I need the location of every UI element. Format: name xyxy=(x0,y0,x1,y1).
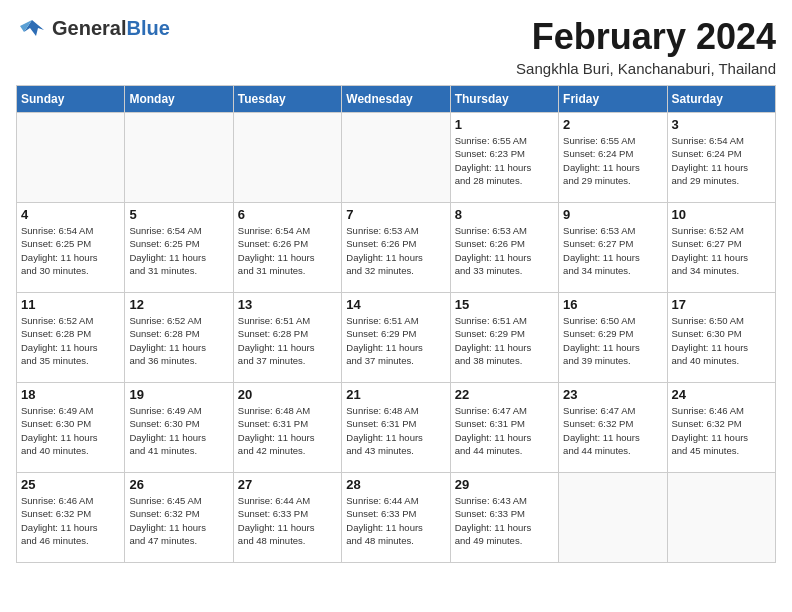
weekday-header: Tuesday xyxy=(233,86,341,113)
day-number: 12 xyxy=(129,297,228,312)
calendar-header-row: SundayMondayTuesdayWednesdayThursdayFrid… xyxy=(17,86,776,113)
calendar-week-row: 1Sunrise: 6:55 AM Sunset: 6:23 PM Daylig… xyxy=(17,113,776,203)
day-info: Sunrise: 6:44 AM Sunset: 6:33 PM Dayligh… xyxy=(346,494,445,547)
day-number: 21 xyxy=(346,387,445,402)
day-info: Sunrise: 6:52 AM Sunset: 6:28 PM Dayligh… xyxy=(21,314,120,367)
day-number: 23 xyxy=(563,387,662,402)
location: Sangkhla Buri, Kanchanaburi, Thailand xyxy=(516,60,776,77)
day-info: Sunrise: 6:50 AM Sunset: 6:29 PM Dayligh… xyxy=(563,314,662,367)
day-number: 11 xyxy=(21,297,120,312)
day-info: Sunrise: 6:45 AM Sunset: 6:32 PM Dayligh… xyxy=(129,494,228,547)
calendar-cell: 29Sunrise: 6:43 AM Sunset: 6:33 PM Dayli… xyxy=(450,473,558,563)
day-info: Sunrise: 6:54 AM Sunset: 6:25 PM Dayligh… xyxy=(129,224,228,277)
weekday-header: Monday xyxy=(125,86,233,113)
day-number: 29 xyxy=(455,477,554,492)
calendar-cell: 21Sunrise: 6:48 AM Sunset: 6:31 PM Dayli… xyxy=(342,383,450,473)
calendar-cell: 8Sunrise: 6:53 AM Sunset: 6:26 PM Daylig… xyxy=(450,203,558,293)
calendar-cell: 20Sunrise: 6:48 AM Sunset: 6:31 PM Dayli… xyxy=(233,383,341,473)
day-number: 27 xyxy=(238,477,337,492)
calendar-table: SundayMondayTuesdayWednesdayThursdayFrid… xyxy=(16,85,776,563)
calendar-cell: 18Sunrise: 6:49 AM Sunset: 6:30 PM Dayli… xyxy=(17,383,125,473)
day-info: Sunrise: 6:53 AM Sunset: 6:27 PM Dayligh… xyxy=(563,224,662,277)
day-number: 18 xyxy=(21,387,120,402)
day-number: 4 xyxy=(21,207,120,222)
calendar-week-row: 11Sunrise: 6:52 AM Sunset: 6:28 PM Dayli… xyxy=(17,293,776,383)
calendar-cell: 7Sunrise: 6:53 AM Sunset: 6:26 PM Daylig… xyxy=(342,203,450,293)
day-info: Sunrise: 6:52 AM Sunset: 6:27 PM Dayligh… xyxy=(672,224,771,277)
weekday-header: Thursday xyxy=(450,86,558,113)
calendar-cell: 28Sunrise: 6:44 AM Sunset: 6:33 PM Dayli… xyxy=(342,473,450,563)
calendar-cell xyxy=(559,473,667,563)
day-info: Sunrise: 6:47 AM Sunset: 6:32 PM Dayligh… xyxy=(563,404,662,457)
day-number: 22 xyxy=(455,387,554,402)
day-number: 10 xyxy=(672,207,771,222)
calendar-cell: 10Sunrise: 6:52 AM Sunset: 6:27 PM Dayli… xyxy=(667,203,775,293)
day-info: Sunrise: 6:51 AM Sunset: 6:29 PM Dayligh… xyxy=(455,314,554,367)
day-number: 5 xyxy=(129,207,228,222)
calendar-cell: 14Sunrise: 6:51 AM Sunset: 6:29 PM Dayli… xyxy=(342,293,450,383)
weekday-header: Wednesday xyxy=(342,86,450,113)
day-info: Sunrise: 6:49 AM Sunset: 6:30 PM Dayligh… xyxy=(129,404,228,457)
day-info: Sunrise: 6:55 AM Sunset: 6:23 PM Dayligh… xyxy=(455,134,554,187)
day-number: 9 xyxy=(563,207,662,222)
day-info: Sunrise: 6:43 AM Sunset: 6:33 PM Dayligh… xyxy=(455,494,554,547)
day-info: Sunrise: 6:47 AM Sunset: 6:31 PM Dayligh… xyxy=(455,404,554,457)
calendar-cell: 24Sunrise: 6:46 AM Sunset: 6:32 PM Dayli… xyxy=(667,383,775,473)
calendar-cell: 27Sunrise: 6:44 AM Sunset: 6:33 PM Dayli… xyxy=(233,473,341,563)
calendar-cell: 19Sunrise: 6:49 AM Sunset: 6:30 PM Dayli… xyxy=(125,383,233,473)
calendar-cell: 3Sunrise: 6:54 AM Sunset: 6:24 PM Daylig… xyxy=(667,113,775,203)
day-info: Sunrise: 6:51 AM Sunset: 6:28 PM Dayligh… xyxy=(238,314,337,367)
day-info: Sunrise: 6:53 AM Sunset: 6:26 PM Dayligh… xyxy=(455,224,554,277)
calendar-cell: 2Sunrise: 6:55 AM Sunset: 6:24 PM Daylig… xyxy=(559,113,667,203)
calendar-cell xyxy=(233,113,341,203)
weekday-header: Saturday xyxy=(667,86,775,113)
calendar-week-row: 4Sunrise: 6:54 AM Sunset: 6:25 PM Daylig… xyxy=(17,203,776,293)
day-number: 26 xyxy=(129,477,228,492)
day-number: 6 xyxy=(238,207,337,222)
month-title: February 2024 xyxy=(516,16,776,58)
calendar-cell: 1Sunrise: 6:55 AM Sunset: 6:23 PM Daylig… xyxy=(450,113,558,203)
day-info: Sunrise: 6:54 AM Sunset: 6:24 PM Dayligh… xyxy=(672,134,771,187)
bird-icon xyxy=(16,16,48,40)
day-info: Sunrise: 6:49 AM Sunset: 6:30 PM Dayligh… xyxy=(21,404,120,457)
calendar-cell: 22Sunrise: 6:47 AM Sunset: 6:31 PM Dayli… xyxy=(450,383,558,473)
day-number: 13 xyxy=(238,297,337,312)
day-number: 2 xyxy=(563,117,662,132)
day-info: Sunrise: 6:52 AM Sunset: 6:28 PM Dayligh… xyxy=(129,314,228,367)
day-number: 14 xyxy=(346,297,445,312)
day-number: 28 xyxy=(346,477,445,492)
calendar-week-row: 18Sunrise: 6:49 AM Sunset: 6:30 PM Dayli… xyxy=(17,383,776,473)
day-info: Sunrise: 6:53 AM Sunset: 6:26 PM Dayligh… xyxy=(346,224,445,277)
calendar-cell xyxy=(125,113,233,203)
day-info: Sunrise: 6:46 AM Sunset: 6:32 PM Dayligh… xyxy=(672,404,771,457)
calendar-cell: 17Sunrise: 6:50 AM Sunset: 6:30 PM Dayli… xyxy=(667,293,775,383)
day-number: 1 xyxy=(455,117,554,132)
calendar-cell xyxy=(17,113,125,203)
day-number: 20 xyxy=(238,387,337,402)
day-number: 15 xyxy=(455,297,554,312)
calendar-cell: 25Sunrise: 6:46 AM Sunset: 6:32 PM Dayli… xyxy=(17,473,125,563)
weekday-header: Sunday xyxy=(17,86,125,113)
day-number: 25 xyxy=(21,477,120,492)
day-info: Sunrise: 6:48 AM Sunset: 6:31 PM Dayligh… xyxy=(346,404,445,457)
logo-general: GeneralBlue xyxy=(52,17,170,39)
day-number: 7 xyxy=(346,207,445,222)
calendar-week-row: 25Sunrise: 6:46 AM Sunset: 6:32 PM Dayli… xyxy=(17,473,776,563)
calendar-cell xyxy=(342,113,450,203)
day-info: Sunrise: 6:44 AM Sunset: 6:33 PM Dayligh… xyxy=(238,494,337,547)
page-header: GeneralBlue February 2024 Sangkhla Buri,… xyxy=(16,16,776,77)
day-info: Sunrise: 6:51 AM Sunset: 6:29 PM Dayligh… xyxy=(346,314,445,367)
calendar-cell: 16Sunrise: 6:50 AM Sunset: 6:29 PM Dayli… xyxy=(559,293,667,383)
calendar-cell: 15Sunrise: 6:51 AM Sunset: 6:29 PM Dayli… xyxy=(450,293,558,383)
day-info: Sunrise: 6:55 AM Sunset: 6:24 PM Dayligh… xyxy=(563,134,662,187)
day-number: 19 xyxy=(129,387,228,402)
day-info: Sunrise: 6:46 AM Sunset: 6:32 PM Dayligh… xyxy=(21,494,120,547)
day-number: 24 xyxy=(672,387,771,402)
weekday-header: Friday xyxy=(559,86,667,113)
calendar-cell: 6Sunrise: 6:54 AM Sunset: 6:26 PM Daylig… xyxy=(233,203,341,293)
day-number: 3 xyxy=(672,117,771,132)
calendar-cell: 26Sunrise: 6:45 AM Sunset: 6:32 PM Dayli… xyxy=(125,473,233,563)
day-info: Sunrise: 6:50 AM Sunset: 6:30 PM Dayligh… xyxy=(672,314,771,367)
calendar-cell: 9Sunrise: 6:53 AM Sunset: 6:27 PM Daylig… xyxy=(559,203,667,293)
day-info: Sunrise: 6:48 AM Sunset: 6:31 PM Dayligh… xyxy=(238,404,337,457)
